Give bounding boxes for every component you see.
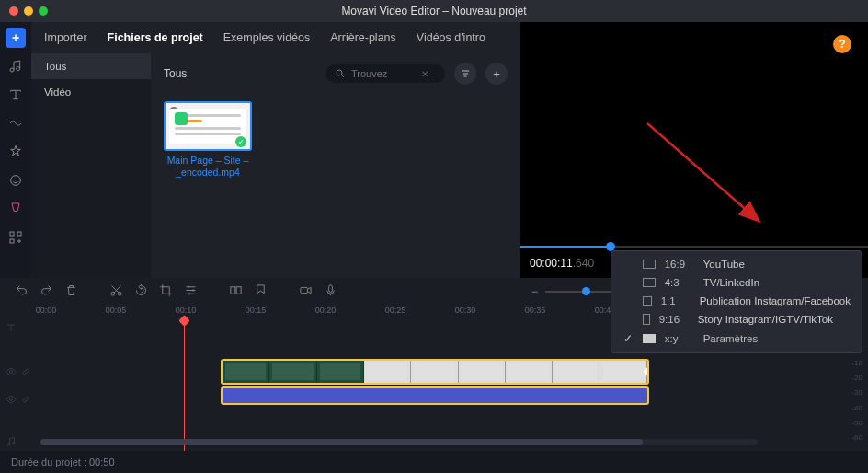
sort-button[interactable]: [454, 63, 476, 85]
aspect-option-custom[interactable]: ✓x:yParamètres: [611, 329, 862, 349]
zoom-slider[interactable]: [545, 291, 619, 293]
add-clip-button[interactable]: +: [485, 63, 508, 85]
clear-search-icon[interactable]: ✕: [421, 69, 428, 79]
search-icon: [335, 68, 346, 79]
audio-visibility-icon[interactable]: [6, 394, 17, 408]
project-duration: Durée du projet : 00:50: [11, 456, 115, 467]
category-panel: Tous Vidéo: [31, 53, 151, 278]
text-track-icon[interactable]: [6, 322, 17, 336]
stickers-icon[interactable]: [8, 173, 23, 190]
tab-exemples[interactable]: Exemples vidéos: [223, 31, 311, 44]
svg-point-15: [10, 370, 13, 373]
audio-link-icon[interactable]: [20, 394, 31, 408]
annotation-arrow: [638, 114, 776, 234]
timeline-scrollbar[interactable]: [40, 439, 758, 445]
search-input[interactable]: [351, 68, 416, 79]
titlebar: Movavi Video Editor – Nouveau projet: [0, 0, 868, 22]
audio-icon[interactable]: [8, 59, 23, 76]
svg-rect-2: [17, 232, 21, 236]
zoom-out-button[interactable]: −: [531, 285, 538, 298]
svg-rect-12: [236, 287, 241, 294]
track-controls: [6, 318, 31, 453]
svg-point-4: [337, 70, 342, 75]
media-panel: Tous ✕ + Main Page – Site: [151, 53, 520, 278]
svg-point-17: [8, 444, 10, 445]
svg-point-0: [11, 176, 21, 186]
more-tools-icon[interactable]: [8, 230, 23, 248]
rotate-button[interactable]: [134, 283, 148, 300]
redo-button[interactable]: [40, 283, 53, 300]
aspect-option-9-16[interactable]: 9:16Story Instagram/IGTV/TikTok: [611, 310, 862, 329]
playhead[interactable]: [184, 318, 185, 451]
record-audio-button[interactable]: [324, 283, 337, 300]
tab-importer[interactable]: Importer: [44, 31, 87, 44]
cut-button[interactable]: [109, 283, 123, 300]
video-clip-timeline[interactable]: [221, 359, 649, 385]
window-title: Movavi Video Editor – Nouveau projet: [0, 5, 868, 17]
media-clip[interactable]: Main Page – Site – _encoded.mp4: [164, 101, 252, 179]
delete-button[interactable]: [64, 283, 78, 300]
add-media-button[interactable]: +: [6, 28, 26, 48]
music-track-icon[interactable]: [6, 436, 17, 450]
timecode: 00:00:11.640: [530, 257, 594, 270]
aspect-option-4-3[interactable]: 4:3TV/LinkedIn: [611, 273, 862, 292]
sidebar: +: [0, 22, 31, 278]
svg-rect-11: [231, 287, 235, 294]
aspect-option-16-9[interactable]: 16:9YouTube: [611, 255, 862, 273]
crop-button[interactable]: [159, 283, 173, 300]
effects-icon[interactable]: [8, 144, 23, 162]
svg-point-18: [13, 443, 15, 444]
svg-rect-14: [329, 285, 333, 293]
aspect-option-1-1[interactable]: 1:1Publication Instagram/Facebook: [611, 292, 862, 310]
preview-panel: ? 00:00:11.640 x:y: [520, 22, 868, 278]
undo-button[interactable]: [15, 283, 29, 300]
tab-intro[interactable]: Vidéos d'intro: [417, 31, 485, 44]
media-header-label: Tous: [164, 67, 187, 80]
svg-point-16: [10, 398, 13, 400]
status-bar: Durée du projet : 00:50: [0, 451, 868, 473]
search-box[interactable]: ✕: [326, 64, 445, 83]
category-tous[interactable]: Tous: [31, 53, 151, 79]
audio-clip-timeline[interactable]: [221, 386, 649, 405]
tab-fichiers[interactable]: Fichiers de projet: [108, 31, 203, 44]
transitions-icon[interactable]: [8, 116, 23, 133]
category-video[interactable]: Vidéo: [31, 79, 151, 105]
tab-arriere[interactable]: Arrière-plans: [330, 31, 396, 44]
video-visibility-icon[interactable]: [6, 366, 17, 380]
transitions-button[interactable]: [229, 283, 243, 300]
text-icon[interactable]: [8, 87, 23, 105]
aspect-ratio-menu: 16:9YouTube 4:3TV/LinkedIn 1:1Publicatio…: [611, 250, 862, 353]
color-icon[interactable]: [8, 202, 23, 219]
marker-button[interactable]: [254, 283, 268, 300]
clip-thumbnail[interactable]: [164, 101, 252, 151]
svg-line-6: [647, 123, 758, 220]
video-link-icon[interactable]: [20, 366, 31, 380]
nav-tabs: Importer Fichiers de projet Exemples vid…: [31, 22, 520, 53]
level-meter: -10-20-30-40-50-60: [842, 359, 862, 442]
clip-name: Main Page – Site – _encoded.mp4: [164, 155, 252, 179]
svg-rect-3: [10, 239, 14, 243]
record-video-button[interactable]: [299, 283, 313, 300]
help-button[interactable]: ?: [833, 35, 851, 53]
svg-rect-13: [301, 287, 308, 293]
adjust-button[interactable]: [184, 283, 198, 300]
svg-rect-1: [10, 232, 14, 236]
